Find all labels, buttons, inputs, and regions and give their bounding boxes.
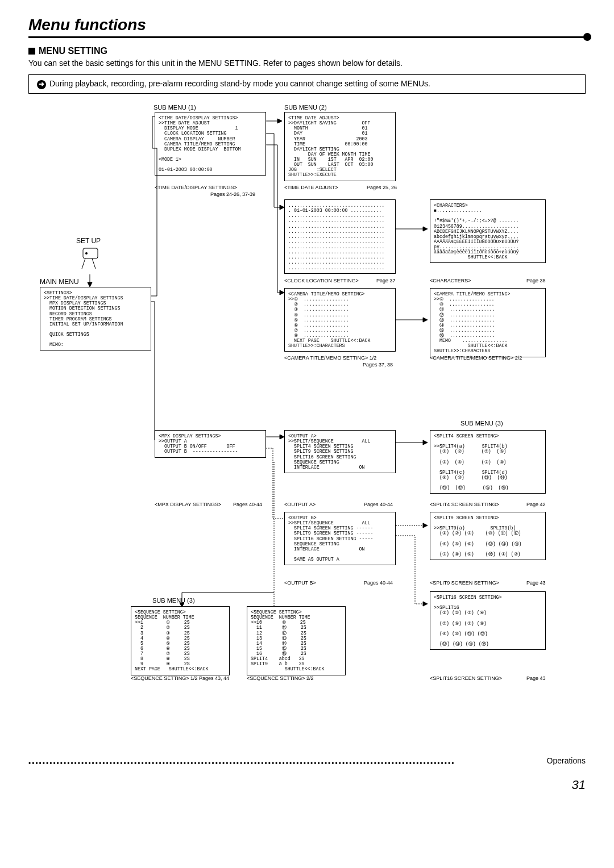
time-date-display-panel: <TIME DATE/DISPLAY SETTINGS> >>TIME DATE… <box>155 112 266 176</box>
ct1-caption: <CAMERA TITLE/MEMO SETTING> 1/2 <box>284 355 376 361</box>
output-a-panel: <OUTPUT A> >>SPLIT/SEQUENCE ALL SPLIT4 S… <box>284 430 396 473</box>
submenu3b-header: SUB MENU (3) <box>152 597 195 604</box>
output-b-panel: <OUTPUT B> >>SPLIT/SEQUENCE ALL SPLIT4 S… <box>284 512 396 565</box>
s16-caption: <SPLIT16 SCREEN SETTING> <box>430 675 502 681</box>
outa-pages: Pages 40-44 <box>364 502 393 507</box>
page-number: 31 <box>28 778 586 792</box>
mpx-panel: <MPX DISPLAY SETTINGS> >>OUTPUT A OUTPUT… <box>155 430 266 458</box>
page-tab-marker <box>583 33 591 41</box>
time-date-adjust-panel: <TIME DATE ADJUST> >>DAYLIGHT SAVING OFF… <box>284 112 396 181</box>
section-intro: You can set the basic settings for this … <box>28 59 586 68</box>
camera-title-1-panel: <CAMERA TITLE/MEMO SETTING> >>① ........… <box>284 288 396 352</box>
ct1-pages: Pages 37, 38 <box>363 362 393 368</box>
svg-marker-7 <box>423 318 428 322</box>
split16-panel: <SPLIT16 SCREEN SETTING> >>SPLIT16 (①) (… <box>430 591 546 650</box>
split4-panel: <SPLIT4 SCREEN SETTING> >>SPLIT4(a) SPLI… <box>430 430 546 494</box>
arrow-circle-icon: ➜ <box>37 80 46 89</box>
svg-marker-6 <box>280 290 284 295</box>
sequence-2-panel: <SEQUENCE SETTING> SEQUENCE NUMBER TIME … <box>247 606 346 675</box>
clock-location-panel: .................................. . 01-… <box>284 199 396 274</box>
seq1-caption: <SEQUENCE SETTING> 1/2 <box>131 675 198 681</box>
outb-caption: <OUTPUT B> <box>284 580 316 586</box>
split9-panel: <SPLIT9 SCREEN SETTING> >>SPLIT9(a) SPLI… <box>430 512 546 560</box>
menu-diagram: SUB MENU (1) SUB MENU (2) SUB MENU (3) S… <box>28 104 586 752</box>
submenu2-header: SUB MENU (2) <box>284 104 327 111</box>
mpx-pages: Pages 40-44 <box>233 502 262 507</box>
tdds-caption: <TIME DATE/DISPLAY SETTINGS> <box>155 185 237 190</box>
square-bullet-icon <box>28 48 35 55</box>
seq2-caption: <SEQUENCE SETTING> 2/2 <box>247 675 314 681</box>
clock-pages: Page 37 <box>376 278 396 283</box>
svg-marker-9 <box>280 435 284 439</box>
clock-caption: <CLOCK LOCATION SETTING> <box>284 278 359 283</box>
mpx-caption: <MPX DISPLAY SETTINGS> <box>155 502 221 507</box>
setup-button-icon <box>80 246 102 273</box>
section-heading: MENU SETTING <box>28 46 586 56</box>
svg-marker-12 <box>423 602 428 606</box>
outa-caption: <OUTPUT A> <box>284 502 316 507</box>
submenu3-header: SUB MENU (3) <box>460 420 503 427</box>
note-box: ➜During playback, recording, pre-alarm r… <box>28 74 586 94</box>
page-title: Menu functions <box>28 16 146 34</box>
svg-marker-5 <box>280 205 284 210</box>
main-menu-label: MAIN MENU <box>40 278 79 286</box>
footer-dots: ••••••••••••••••••••••••••••••••••••••••… <box>28 760 523 767</box>
svg-marker-4 <box>277 119 282 123</box>
characters-panel: <CHARACTERS> ■................ !"#$%&'()… <box>430 199 546 263</box>
setup-label: SET UP <box>76 237 101 245</box>
s4-pages: Page 42 <box>526 502 546 507</box>
seq1-pages: Pages 43, 44 <box>199 675 229 681</box>
tdds-pages: Pages 24-26, 37-39 <box>210 191 255 197</box>
chars-caption: <CHARACTERS> <box>430 278 471 283</box>
tda-caption: <TIME DATE ADJUST> <box>284 185 338 190</box>
camera-title-2-panel: <CAMERA TITLE/MEMO SETTING> >>⑨ ........… <box>430 288 546 357</box>
svg-marker-3 <box>88 282 92 287</box>
s4-caption: <SPLIT4 SCREEN SETTING> <box>430 502 499 507</box>
sequence-1-panel: <SEQUENCE SETTING> SEQUENCE NUMBER TIME … <box>131 606 230 675</box>
submenu1-header: SUB MENU (1) <box>154 104 196 111</box>
settings-panel: <SETTINGS> >>TIME DATE/DISPLAY SETTINGS … <box>40 287 151 350</box>
outb-pages: Pages 40-44 <box>364 580 393 586</box>
ct2-caption: <CAMERA TITLE/MEMO SETTING> 2/2 <box>430 355 522 361</box>
svg-marker-11 <box>423 523 428 528</box>
svg-marker-8 <box>423 227 428 231</box>
title-rule <box>28 36 586 38</box>
svg-marker-10 <box>423 440 428 445</box>
footer-text: Operations <box>547 756 586 765</box>
svg-rect-0 <box>83 248 98 258</box>
svg-point-1 <box>85 252 88 254</box>
tda-pages: Pages 25, 26 <box>367 185 397 190</box>
s16-pages: Page 43 <box>526 675 546 681</box>
s9-caption: <SPLIT9 SCREEN SETTING> <box>430 580 499 586</box>
chars-pages: Page 38 <box>526 278 546 283</box>
s9-pages: Page 43 <box>526 580 546 586</box>
